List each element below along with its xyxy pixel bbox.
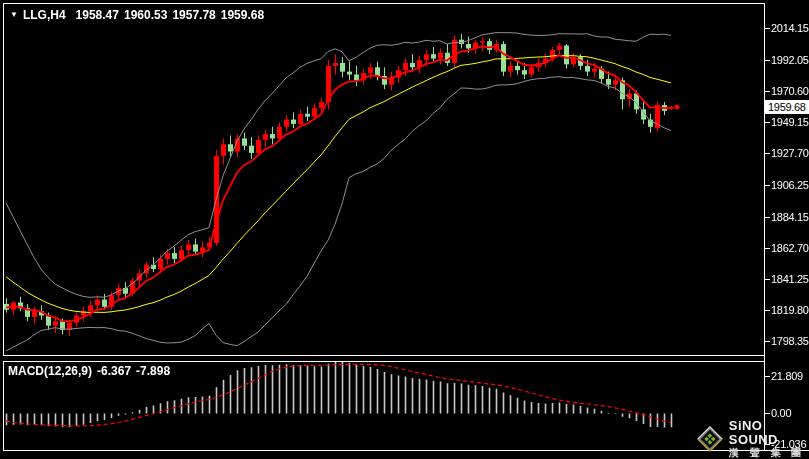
price-axis-label: 2014.15: [771, 22, 809, 34]
macd-axis-label: -21.036: [771, 438, 806, 450]
macd-axis-label: 0.00: [771, 407, 791, 419]
dropdown-triangle-icon[interactable]: ▼: [10, 10, 18, 19]
price-axis-label: 1949.15: [771, 116, 809, 128]
macd-axis-label: 21.809: [771, 370, 803, 382]
price-axis-label: 1970.60: [771, 85, 809, 97]
macd-signal-value: -7.898: [136, 364, 170, 378]
ohlc-high: 1960.53: [124, 8, 167, 22]
price-axis-label: 1906.25: [771, 179, 809, 191]
price-axis[interactable]: [765, 3, 809, 451]
symbol-label: LLG,H4: [23, 8, 66, 22]
diamond-logo-icon: [696, 424, 724, 454]
price-axis-label: 1992.05: [771, 54, 809, 66]
ohlc-open: 1958.47: [76, 8, 119, 22]
price-axis-label: 1798.35: [771, 335, 809, 347]
chart-canvas[interactable]: [0, 0, 809, 459]
price-axis-label: 1862.70: [771, 242, 809, 254]
price-axis-label: 1841.25: [771, 273, 809, 285]
price-axis-label: 1927.70: [771, 147, 809, 159]
price-axis-label: 1884.15: [771, 211, 809, 223]
macd-indicator-label: MACD(12,26,9)-6.367-7.898: [8, 364, 175, 378]
macd-name: MACD(12,26,9): [8, 364, 92, 378]
current-price-tag: 1959.68: [764, 100, 809, 114]
chart-window: ▼LLG,H41958.471960.531957.781959.68 MACD…: [0, 0, 809, 459]
symbol-header: ▼LLG,H41958.471960.531957.781959.68: [10, 8, 269, 22]
macd-value: -6.367: [97, 364, 131, 378]
ohlc-low: 1957.78: [172, 8, 215, 22]
price-axis-label: 1819.80: [771, 304, 809, 316]
ohlc-close: 1959.68: [221, 8, 264, 22]
